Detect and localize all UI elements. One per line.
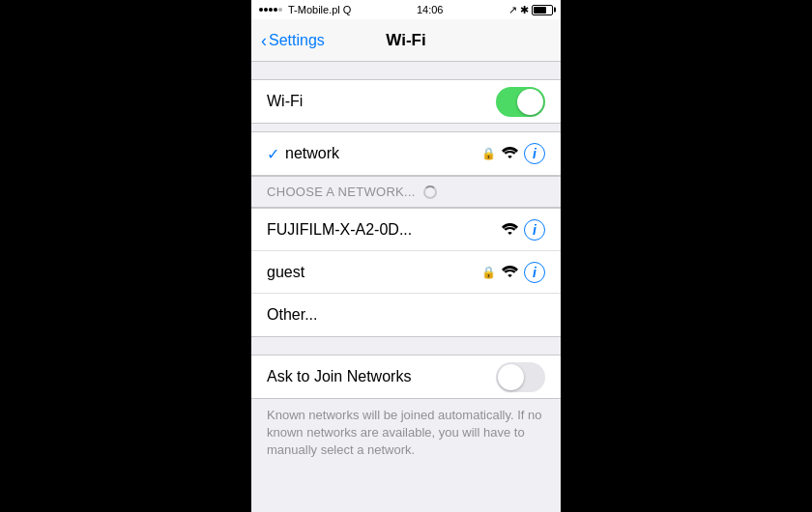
wifi-toggle-section: Wi-Fi xyxy=(251,79,561,124)
wifi-signal-icon xyxy=(502,146,518,161)
small-gap-1 xyxy=(251,124,561,131)
back-button[interactable]: ‹ Settings xyxy=(261,32,325,49)
carrier-label: T-Mobile.pl Q xyxy=(288,4,351,15)
signal-dots xyxy=(259,8,282,12)
network-info-button[interactable]: i xyxy=(524,143,545,164)
dot-5 xyxy=(278,8,282,12)
toggle-knob xyxy=(517,89,543,115)
network-row-fujifilm[interactable]: FUJIFILM-X-A2-0D... i xyxy=(251,209,561,251)
wifi-svg-fujifilm xyxy=(502,223,518,235)
wifi-signal-guest-icon xyxy=(502,265,518,280)
status-right: ↗ ✱ xyxy=(508,4,553,16)
other-label: Other... xyxy=(267,306,545,324)
connected-network-controls: 🔒 i xyxy=(481,143,545,164)
footer-text: Known networks will be joined automatica… xyxy=(251,399,561,473)
wifi-toggle-row: Wi-Fi xyxy=(251,80,561,123)
signal-arrow-icon: ↗ xyxy=(508,4,517,16)
status-left: T-Mobile.pl Q xyxy=(259,4,351,15)
wifi-label: Wi-Fi xyxy=(267,93,496,110)
wifi-toggle[interactable] xyxy=(496,87,545,117)
back-chevron-icon: ‹ xyxy=(261,32,267,49)
wifi-signal-fujifilm-icon xyxy=(502,222,518,238)
network-row-other[interactable]: Other... xyxy=(251,294,561,336)
status-bar: T-Mobile.pl Q 14:06 ↗ ✱ xyxy=(251,0,561,19)
middle-gap xyxy=(251,337,561,355)
wifi-svg xyxy=(502,147,518,158)
ask-to-join-controls xyxy=(496,362,545,392)
connected-network-row: ✓ network 🔒 i xyxy=(251,132,561,175)
available-networks-section: FUJIFILM-X-A2-0D... i guest 🔒 xyxy=(251,208,561,337)
network-name-guest: guest xyxy=(267,264,481,281)
loading-spinner xyxy=(423,185,437,199)
lock-icon: 🔒 xyxy=(481,147,496,160)
battery-fill xyxy=(534,7,546,14)
wifi-toggle-controls xyxy=(496,87,545,117)
lock-icon-guest: 🔒 xyxy=(481,266,496,279)
top-gap xyxy=(251,62,561,79)
content-area: Wi-Fi ✓ network 🔒 xyxy=(251,62,561,512)
choose-network-header: CHOOSE A NETWORK... xyxy=(251,176,561,208)
connected-network-name: network xyxy=(285,145,481,162)
ask-to-join-toggle[interactable] xyxy=(496,362,545,392)
bluetooth-icon: ✱ xyxy=(520,4,529,16)
footer-description: Known networks will be joined automatica… xyxy=(267,408,541,457)
guest-info-button[interactable]: i xyxy=(524,262,545,283)
wifi-svg-guest xyxy=(502,266,518,277)
status-time: 14:06 xyxy=(417,4,444,15)
ask-to-join-row: Ask to Join Networks xyxy=(251,356,561,398)
dot-2 xyxy=(264,8,268,12)
network-name-fujifilm: FUJIFILM-X-A2-0D... xyxy=(267,221,502,239)
fujifilm-controls: i xyxy=(502,219,545,241)
dot-1 xyxy=(259,8,263,12)
checkmark-icon: ✓ xyxy=(267,145,279,163)
battery-icon xyxy=(532,5,553,15)
network-row-guest[interactable]: guest 🔒 i xyxy=(251,251,561,294)
dot-3 xyxy=(269,8,273,12)
ask-to-join-section: Ask to Join Networks xyxy=(251,355,561,399)
back-label: Settings xyxy=(269,32,325,49)
connected-network-section: ✓ network 🔒 i xyxy=(251,131,561,176)
ask-to-join-label: Ask to Join Networks xyxy=(267,368,496,385)
phone-frame: T-Mobile.pl Q 14:06 ↗ ✱ ‹ Settings Wi-Fi… xyxy=(251,0,561,512)
nav-title: Wi-Fi xyxy=(386,31,425,50)
dot-4 xyxy=(274,8,277,12)
guest-controls: 🔒 i xyxy=(481,262,545,283)
ask-to-join-knob xyxy=(498,364,524,390)
choose-network-label: CHOOSE A NETWORK... xyxy=(267,185,416,199)
fujifilm-info-button[interactable]: i xyxy=(524,219,545,241)
nav-bar: ‹ Settings Wi-Fi xyxy=(251,19,561,62)
